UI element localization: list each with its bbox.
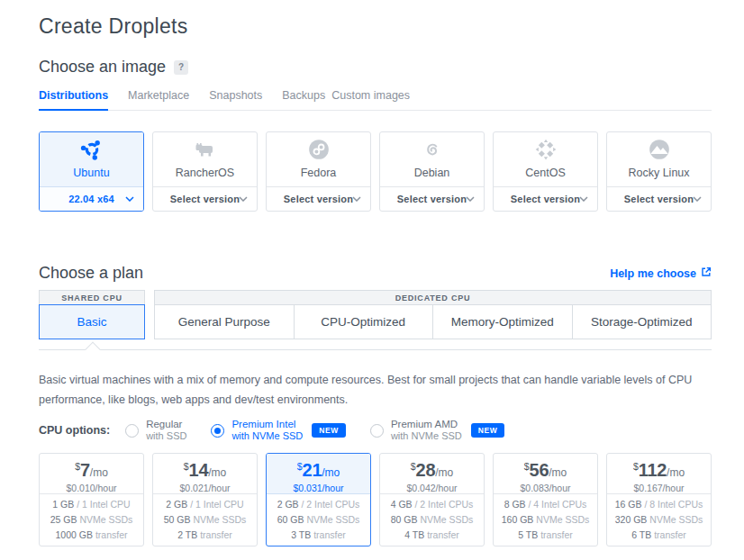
price-line: $28/mo [411,457,454,482]
plan-card-14[interactable]: $14/mo $0.021/hour 2 GB / 1 Intel CPU 50… [152,453,258,546]
chevron-down-icon [125,196,134,202]
tab-snapshots[interactable]: Snapshots [209,89,262,109]
choose-image-heading: Choose an image [39,58,166,77]
rancheros-logo-icon [193,137,218,162]
version-select[interactable]: Select version [267,186,370,211]
plan-card-28[interactable]: $28/mo $0.042/hour 4 GB / 2 Intel CPUs 8… [379,453,485,546]
version-label: Select version [397,194,467,204]
chevron-down-icon [352,196,361,202]
price-per-month: /mo [208,466,226,479]
fedora-logo-icon [307,137,331,162]
spec-line: 80 GB NVMe SSDs [391,513,474,527]
dedicated-tab-row: General Purpose CPU-Optimized Memory-Opt… [154,304,712,339]
debian-logo-icon [421,137,444,162]
distro-card-rocky-linux[interactable]: Rocky Linux Select version [606,131,712,212]
plan-specs: 1 GB / 1 Intel CPU 25 GB NVMe SSDs 1000 … [40,493,143,546]
plan-specs: 2 GB / 2 Intel CPUs 60 GB NVMe SSDs 3 TB… [267,493,370,546]
shared-cpu-header: SHARED CPU [39,290,145,305]
plan-tab-cpu-optimized[interactable]: CPU-Optimized [295,305,434,339]
help-me-choose-link[interactable]: Help me choose [610,266,712,280]
version-select[interactable]: Select version [380,186,484,211]
distro-card-centos[interactable]: CentOS Select version [493,131,598,212]
plan-price: $14/mo $0.021/hour [153,454,257,493]
plan-card-112[interactable]: $112/mo $0.167/hour 16 GB / 8 Intel CPUs… [606,453,712,546]
plan-card-row: $7/mo $0.010/hour 1 GB / 1 Intel CPU 25 … [39,453,712,546]
tab-distributions[interactable]: Distributions [39,89,108,111]
plan-description: Basic virtual machines with a mix of mem… [39,370,710,410]
version-label: Select version [284,194,353,204]
spec-line: 4 GB / 2 Intel CPUs [391,498,474,511]
distro-name: Rocky Linux [628,167,689,179]
choose-plan-heading: Choose a plan [39,264,143,282]
page-content: Create Droplets Choose an image ? Distri… [39,0,712,560]
image-section-heading: Choose an image ? [39,58,188,77]
new-badge: NEW [471,423,505,438]
price-amount: 14 [189,460,209,480]
help-question-icon[interactable]: ? [174,60,188,75]
spec-line: 60 GB NVMe SSDs [277,513,360,527]
distro-name: Fedora [301,167,337,179]
spec-line: 160 GB NVMe SSDs [502,513,589,527]
cpu-option-line2: with NVMe SSD [231,430,303,442]
distro-card-top: RancherOS [153,132,257,186]
version-label: 22.04 x64 [68,194,114,204]
chevron-down-icon [693,196,702,202]
version-select[interactable]: Select version [153,186,257,211]
radio-icon[interactable] [125,424,139,438]
distro-name: Debian [414,167,450,179]
version-select[interactable]: Select version [607,186,711,211]
plan-tab-general-purpose[interactable]: General Purpose [155,305,295,339]
distro-name: RancherOS [176,167,234,179]
price-hourly: $0.042/hour [406,483,457,493]
plan-card-21[interactable]: $21/mo $0.031/hour 2 GB / 2 Intel CPUs 6… [266,453,371,546]
radio-icon[interactable] [370,424,384,438]
distro-card-rancheros[interactable]: RancherOS Select version [152,131,258,212]
price-per-month: /mo [435,466,453,479]
version-label: Select version [170,194,240,204]
price-per-month: /mo [90,466,108,479]
spec-line: 8 GB / 4 Intel CPUs [504,498,587,511]
price-per-month: /mo [667,466,685,479]
help-link-label: Help me choose [610,267,696,280]
plan-card-56[interactable]: $56/mo $0.083/hour 8 GB / 4 Intel CPUs 1… [493,453,598,546]
spec-line: 2 TB transfer [177,528,232,542]
distro-card-ubuntu[interactable]: Ubuntu 22.04 x64 [39,131,144,212]
tab-marketplace[interactable]: Marketplace [128,89,189,109]
centos-logo-icon [534,137,558,162]
cpu-option-premium-intel[interactable]: Premium Intel with NVMe SSD NEW [211,419,346,442]
spec-line: 50 GB NVMe SSDs [164,513,247,527]
plan-price: $56/mo $0.083/hour [494,454,597,493]
distro-card-top: Rocky Linux [607,132,711,186]
rocky-linux-logo-icon [648,137,671,162]
radio-icon[interactable] [211,424,224,438]
cpu-option-texts: Premium Intel with NVMe SSD [231,419,303,442]
distro-card-top: Fedora [267,132,370,186]
cpu-options-label: CPU options: [39,424,110,437]
plan-specs: 2 GB / 1 Intel CPU 50 GB NVMe SSDs 2 TB … [153,493,257,546]
plan-tab-basic[interactable]: Basic [39,304,145,339]
version-select[interactable]: Select version [494,186,597,211]
price-per-month: /mo [322,466,340,479]
dedicated-cpu-header: DEDICATED CPU [154,290,712,305]
price-line: $21/mo [297,457,340,482]
plan-price: $21/mo $0.031/hour [267,454,370,493]
version-select[interactable]: 22.04 x64 [40,186,143,211]
cpu-option-regular[interactable]: Regular with SSD [125,419,186,442]
price-line: $112/mo [633,457,685,482]
cpu-options-row: CPU options: Regular with SSD Premium In… [39,415,529,446]
version-label: Select version [511,194,580,204]
price-hourly: $0.021/hour [179,483,230,493]
plan-tab-storage-optimized[interactable]: Storage-Optimized [573,305,712,339]
new-badge: NEW [312,423,346,438]
distro-card-debian[interactable]: Debian Select version [379,131,485,212]
distro-card-fedora[interactable]: Fedora Select version [266,131,371,212]
tab-custom-images[interactable]: Custom images [331,89,410,109]
plan-tab-memory-optimized[interactable]: Memory-Optimized [433,305,573,339]
distro-card-row: Ubuntu 22.04 x64 [39,131,712,212]
plan-card-7[interactable]: $7/mo $0.010/hour 1 GB / 1 Intel CPU 25 … [39,453,144,546]
distro-card-top: CentOS [494,132,597,186]
cpu-option-premium-amd[interactable]: Premium AMD with NVMe SSD NEW [370,419,505,442]
plan-type-selector: SHARED CPU DEDICATED CPU Basic General P… [39,290,712,340]
tab-backups[interactable]: Backups [282,89,325,109]
distro-card-top: Debian [380,132,484,186]
